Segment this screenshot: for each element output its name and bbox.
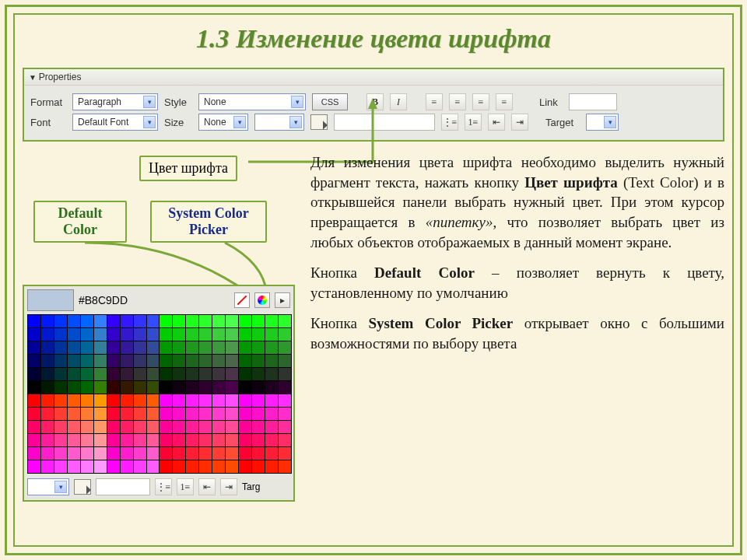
color-swatch[interactable] [265, 460, 278, 473]
color-swatch[interactable] [94, 328, 107, 341]
align-center-button[interactable]: ≡ [449, 93, 466, 110]
color-swatch[interactable] [28, 447, 40, 460]
color-swatch[interactable] [147, 328, 160, 341]
color-swatch[interactable] [186, 381, 198, 394]
color-swatch[interactable] [54, 315, 67, 327]
color-swatch[interactable] [147, 355, 160, 367]
color-swatch[interactable] [212, 421, 225, 433]
color-swatch[interactable] [239, 381, 251, 394]
color-swatch[interactable] [279, 434, 291, 446]
color-swatch[interactable] [265, 341, 278, 354]
color-swatch[interactable] [239, 315, 251, 327]
color-swatch[interactable] [41, 368, 54, 380]
color-swatch[interactable] [212, 381, 225, 394]
color-swatch[interactable] [121, 434, 133, 446]
color-swatch[interactable] [265, 447, 278, 460]
color-swatch[interactable] [94, 434, 107, 446]
color-swatch[interactable] [41, 315, 54, 327]
color-swatch[interactable] [147, 421, 160, 433]
color-swatch[interactable] [41, 447, 54, 460]
unordered-list-button[interactable]: ⋮≡ [155, 478, 172, 495]
color-swatch[interactable] [94, 421, 107, 433]
color-swatch[interactable] [54, 447, 67, 460]
color-swatch[interactable] [279, 328, 291, 341]
color-swatch[interactable] [252, 408, 265, 420]
color-swatch[interactable] [226, 355, 238, 367]
color-swatch[interactable] [134, 434, 146, 446]
color-swatch[interactable] [68, 460, 80, 473]
color-swatch[interactable] [279, 394, 291, 407]
color-swatch[interactable] [81, 328, 93, 341]
color-swatch[interactable] [252, 315, 265, 327]
panel-header[interactable]: Properties [24, 69, 723, 86]
indent-button[interactable]: ⇥ [220, 478, 237, 495]
link-input[interactable] [569, 93, 617, 110]
color-swatch[interactable] [68, 341, 80, 354]
color-swatch[interactable] [94, 381, 107, 394]
color-swatch[interactable] [212, 447, 225, 460]
color-swatch[interactable] [226, 460, 238, 473]
color-swatch[interactable] [199, 408, 212, 420]
color-swatch[interactable] [252, 328, 265, 341]
color-swatch[interactable] [212, 341, 225, 354]
color-swatch[interactable] [265, 434, 278, 446]
color-swatch[interactable] [81, 421, 93, 433]
color-swatch[interactable] [212, 315, 225, 327]
color-swatch[interactable] [68, 355, 80, 367]
color-swatch[interactable] [94, 355, 107, 367]
color-swatch[interactable] [54, 421, 67, 433]
color-swatch[interactable] [107, 434, 120, 446]
unordered-list-button[interactable]: ⋮≡ [441, 114, 458, 131]
color-swatch[interactable] [68, 381, 80, 394]
color-swatch[interactable] [134, 381, 146, 394]
color-swatch[interactable] [41, 408, 54, 420]
color-swatch[interactable] [226, 408, 238, 420]
color-swatch[interactable] [226, 447, 238, 460]
color-swatch[interactable] [252, 434, 265, 446]
color-swatch[interactable] [41, 394, 54, 407]
ordered-list-button[interactable]: 1≡ [465, 114, 482, 131]
color-swatch[interactable] [28, 394, 40, 407]
color-swatch[interactable] [41, 434, 54, 446]
color-swatch[interactable] [41, 355, 54, 367]
color-swatch[interactable] [226, 421, 238, 433]
color-swatch[interactable] [134, 421, 146, 433]
color-swatch[interactable] [107, 394, 120, 407]
color-swatch[interactable] [94, 394, 107, 407]
color-swatch[interactable] [199, 421, 212, 433]
format-select[interactable]: Paragraph ▾ [72, 93, 158, 110]
color-swatch[interactable] [68, 434, 80, 446]
color-swatch[interactable] [134, 355, 146, 367]
color-swatch[interactable] [226, 328, 238, 341]
color-swatch[interactable] [28, 368, 40, 380]
color-swatch[interactable] [173, 328, 185, 341]
color-swatch[interactable] [160, 447, 172, 460]
color-swatch[interactable] [199, 447, 212, 460]
css-button[interactable]: CSS [312, 93, 348, 110]
color-swatch[interactable] [173, 421, 185, 433]
color-swatch[interactable] [121, 421, 133, 433]
color-swatch[interactable] [107, 381, 120, 394]
color-swatch[interactable] [41, 381, 54, 394]
color-swatch[interactable] [54, 328, 67, 341]
color-swatch[interactable] [134, 447, 146, 460]
color-swatch[interactable] [186, 341, 198, 354]
size-unit-select[interactable]: ▾ [254, 114, 304, 131]
color-swatch[interactable] [54, 381, 67, 394]
color-swatch[interactable] [68, 368, 80, 380]
color-swatch[interactable] [252, 355, 265, 367]
color-swatch[interactable] [28, 381, 40, 394]
color-swatch[interactable] [239, 447, 251, 460]
color-swatch[interactable] [186, 328, 198, 341]
color-swatch[interactable] [265, 381, 278, 394]
color-swatch[interactable] [121, 341, 133, 354]
style-select[interactable]: None ▾ [198, 93, 306, 110]
color-swatch[interactable] [81, 368, 93, 380]
system-color-picker-button[interactable] [254, 292, 270, 308]
color-swatch[interactable] [186, 355, 198, 367]
color-swatch[interactable] [160, 460, 172, 473]
color-swatch[interactable] [160, 315, 172, 327]
color-swatch[interactable] [41, 328, 54, 341]
color-swatch[interactable] [265, 315, 278, 327]
color-swatch[interactable] [28, 355, 40, 367]
